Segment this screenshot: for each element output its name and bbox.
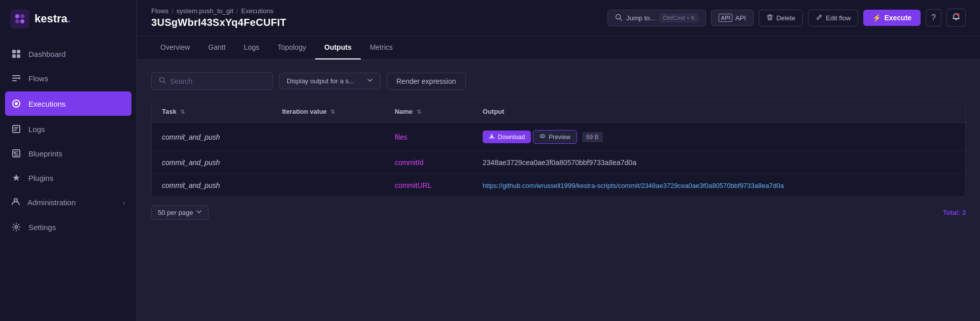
logo-text: kestra. — [35, 12, 71, 25]
table-row: commit_and_push commitId 2348ae3729cea0a… — [152, 151, 965, 174]
svg-point-3 — [15, 19, 19, 23]
svg-point-2 — [20, 14, 24, 18]
download-icon — [489, 133, 495, 141]
logo: kestra. — [0, 0, 137, 38]
sidebar-item-flows[interactable]: Flows — [0, 66, 137, 90]
sort-icon-task[interactable]: ⇅ — [180, 109, 185, 115]
cell-name-1: files — [385, 123, 472, 151]
main-content: Flows / system.push_to_git / Executions … — [137, 0, 980, 321]
sidebar-item-administration[interactable]: Administration › — [0, 190, 137, 215]
svg-point-15 — [15, 226, 18, 229]
header-left: Flows / system.push_to_git / Executions … — [151, 7, 286, 28]
search-input[interactable] — [170, 77, 265, 85]
delete-button[interactable]: Delete — [759, 10, 803, 26]
download-button[interactable]: Download — [483, 131, 531, 143]
breadcrumb-sep-1: / — [172, 7, 174, 15]
bell-icon — [952, 13, 960, 23]
sidebar-item-blueprints[interactable]: Blueprints — [0, 141, 137, 166]
file-size-badge: 69 B — [582, 132, 603, 142]
api-icon: API — [719, 14, 732, 22]
cell-task-2: commit_and_push — [152, 151, 272, 174]
svg-point-4 — [20, 19, 24, 23]
breadcrumb-flows[interactable]: Flows — [151, 7, 168, 15]
api-button[interactable]: API API — [711, 10, 753, 26]
total-count: Total: 3 — [943, 209, 966, 216]
cell-output-2: 2348ae3729cea0ae3f0a80570bbf9733a8ea7d0a — [472, 151, 965, 174]
svg-point-11 — [15, 102, 18, 105]
table-row: commit_and_push files Download — [152, 123, 965, 151]
outputs-table-container: Task ⇅ Iteration value ⇅ Name ⇅ Output — [151, 100, 966, 197]
execute-label: Execute — [884, 14, 911, 22]
notifications-button[interactable] — [947, 9, 966, 27]
delete-label: Delete — [776, 14, 796, 22]
breadcrumb: Flows / system.push_to_git / Executions — [151, 7, 286, 15]
render-expression-button[interactable]: Render expression — [387, 73, 466, 90]
kestra-logo-icon — [10, 9, 29, 28]
outputs-content: Display output for a s... Render express… — [137, 60, 980, 321]
lightning-icon: ⚡ — [872, 14, 881, 22]
display-output-label: Display output for a s... — [287, 77, 354, 85]
table-row: commit_and_push commitURL https://github… — [152, 174, 965, 197]
logs-icon — [11, 124, 21, 134]
tab-overview[interactable]: Overview — [151, 36, 199, 59]
sidebar-item-plugins[interactable]: Plugins — [0, 166, 137, 190]
svg-rect-7 — [12, 54, 16, 58]
chevron-down-icon — [196, 209, 202, 216]
cell-name-3: commitURL — [385, 174, 472, 197]
sidebar-item-plugins-label: Plugins — [28, 174, 53, 182]
preview-label: Preview — [549, 134, 570, 141]
sidebar-item-flows-label: Flows — [28, 74, 48, 83]
cell-iteration-1 — [272, 123, 385, 151]
col-output: Output — [472, 101, 965, 123]
edit-flow-label: Edit flow — [826, 14, 851, 22]
breadcrumb-namespace[interactable]: system.push_to_git — [177, 7, 233, 15]
eye-icon — [539, 133, 546, 141]
display-output-dropdown[interactable]: Display output for a s... — [279, 73, 381, 89]
tab-logs[interactable]: Logs — [235, 36, 268, 59]
jump-to-button[interactable]: Jump to... Ctrl/Cmd + K — [607, 10, 706, 26]
header-actions: Jump to... Ctrl/Cmd + K API API Delete E… — [607, 9, 966, 27]
sidebar-item-logs[interactable]: Logs — [0, 117, 137, 141]
question-icon: ? — [931, 13, 936, 22]
search-box[interactable] — [151, 72, 273, 90]
per-page-button[interactable]: 50 per page — [151, 205, 209, 220]
cell-task-3: commit_and_push — [152, 174, 272, 197]
tab-outputs[interactable]: Outputs — [315, 36, 361, 59]
svg-point-20 — [542, 136, 544, 137]
sidebar-item-executions[interactable]: Executions — [5, 91, 131, 116]
tab-topology[interactable]: Topology — [268, 36, 315, 59]
tab-metrics[interactable]: Metrics — [361, 36, 402, 59]
cell-name-2: commitId — [385, 151, 472, 174]
sidebar-item-dashboard[interactable]: Dashboard — [0, 42, 137, 66]
chevron-down-icon — [367, 77, 373, 85]
api-label: API — [735, 14, 746, 22]
tabs: Overview Gantt Logs Topology Outputs Met… — [137, 36, 980, 60]
breadcrumb-executions[interactable]: Executions — [241, 7, 274, 15]
cell-iteration-2 — [272, 151, 385, 174]
svg-rect-5 — [12, 50, 16, 53]
executions-icon — [11, 99, 21, 109]
settings-icon — [11, 222, 21, 232]
execute-button[interactable]: ⚡ Execute — [863, 10, 921, 26]
sidebar-item-settings[interactable]: Settings — [0, 215, 137, 239]
svg-point-17 — [957, 14, 960, 16]
download-label: Download — [498, 134, 525, 141]
svg-point-1 — [15, 14, 19, 18]
sort-icon-iteration[interactable]: ⇅ — [330, 109, 335, 115]
tab-gantt[interactable]: Gantt — [199, 36, 234, 59]
edit-flow-button[interactable]: Edit flow — [808, 10, 858, 26]
page-title: 3USgWbrI43SxYq4FeCUFIT — [151, 17, 286, 28]
sidebar-item-administration-label: Administration — [27, 198, 76, 207]
preview-button[interactable]: Preview — [533, 130, 577, 144]
col-task: Task ⇅ — [152, 101, 272, 123]
admin-left: Administration — [11, 197, 76, 208]
commit-url-link[interactable]: https://github.com/wrussell1999/kestra-s… — [483, 182, 784, 189]
cell-output-1: Download Preview 69 B — [472, 123, 965, 151]
svg-rect-13 — [13, 150, 20, 157]
breadcrumb-sep-2: / — [236, 7, 239, 15]
sidebar-item-settings-label: Settings — [28, 223, 56, 232]
per-page-label: 50 per page — [158, 209, 193, 216]
sort-icon-name[interactable]: ⇅ — [417, 109, 421, 115]
help-button[interactable]: ? — [926, 9, 941, 26]
logo-dot: . — [67, 12, 71, 25]
